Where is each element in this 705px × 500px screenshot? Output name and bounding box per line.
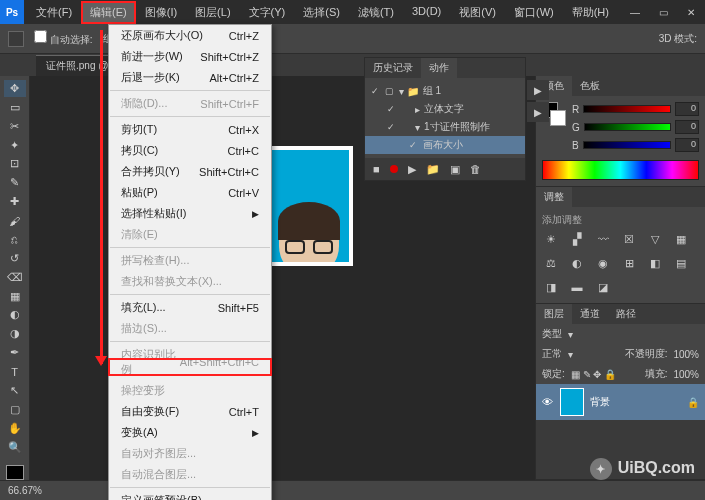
play-icon[interactable]: ▶ (408, 163, 416, 176)
foreground-swatch[interactable] (6, 465, 24, 481)
maximize-icon[interactable]: ▭ (649, 2, 677, 22)
selcolor-icon[interactable]: ◪ (594, 281, 612, 297)
layer-row[interactable]: 👁 背景 🔒 (536, 384, 705, 420)
menu-select[interactable]: 选择(S) (295, 2, 348, 23)
wand-tool-icon[interactable]: ✦ (4, 137, 26, 154)
curves-icon[interactable]: 〰 (594, 233, 612, 249)
record-icon[interactable] (390, 165, 398, 173)
exposure-icon[interactable]: ☒ (620, 233, 638, 249)
hue-icon[interactable]: ▦ (672, 233, 690, 249)
tab-swatches[interactable]: 色板 (572, 76, 608, 96)
gradient-tool-icon[interactable]: ▦ (4, 288, 26, 305)
zoom-level[interactable]: 66.67% (8, 485, 42, 496)
value-r[interactable]: 0 (675, 102, 699, 116)
path-tool-icon[interactable]: ↖ (4, 382, 26, 399)
opacity-value[interactable]: 100% (673, 349, 699, 360)
channelmixer-icon[interactable]: ⊞ (620, 257, 638, 273)
menu-type[interactable]: 文字(Y) (241, 2, 294, 23)
slider-b[interactable] (583, 141, 671, 149)
eraser-tool-icon[interactable]: ⌫ (4, 269, 26, 286)
menu-item[interactable]: 后退一步(K)Alt+Ctrl+Z (109, 67, 271, 88)
slider-r[interactable] (583, 105, 671, 113)
close-icon[interactable]: ✕ (677, 2, 705, 22)
visibility-icon[interactable]: 👁 (542, 396, 554, 408)
menu-file[interactable]: 文件(F) (28, 2, 80, 23)
new-set-icon[interactable]: 📁 (426, 163, 440, 176)
auto-select-checkbox[interactable]: 自动选择: (34, 30, 93, 47)
gradmap-icon[interactable]: ▬ (568, 281, 586, 297)
menu-item[interactable]: 自由变换(F)Ctrl+T (109, 401, 271, 422)
threshold-icon[interactable]: ◨ (542, 281, 560, 297)
new-action-icon[interactable]: ▣ (450, 163, 460, 176)
menu-item[interactable]: 剪切(T)Ctrl+X (109, 119, 271, 140)
colorbalance-icon[interactable]: ⚖ (542, 257, 560, 273)
menu-view[interactable]: 视图(V) (451, 2, 504, 23)
trash-icon[interactable]: 🗑 (470, 163, 481, 175)
vibrance-icon[interactable]: ▽ (646, 233, 664, 249)
menu-image[interactable]: 图像(I) (137, 2, 185, 23)
lasso-tool-icon[interactable]: ✂ (4, 118, 26, 135)
play-button-icon[interactable]: ▶ (527, 102, 549, 122)
action-row[interactable]: ✓▸立体文字 (365, 100, 525, 118)
menu-layer[interactable]: 图层(L) (187, 2, 238, 23)
stamp-tool-icon[interactable]: ⎌ (4, 231, 26, 248)
menu-3d[interactable]: 3D(D) (404, 2, 449, 23)
tab-history[interactable]: 历史记录 (365, 58, 421, 78)
menu-help[interactable]: 帮助(H) (564, 2, 617, 23)
menu-item[interactable]: 前进一步(W)Shift+Ctrl+Z (109, 46, 271, 67)
shape-tool-icon[interactable]: ▢ (4, 401, 26, 418)
tab-actions[interactable]: 动作 (421, 58, 457, 78)
menu-item[interactable]: 填充(L)...Shift+F5 (109, 297, 271, 318)
pen-tool-icon[interactable]: ✒ (4, 344, 26, 361)
invert-icon[interactable]: ◧ (646, 257, 664, 273)
tab-paths[interactable]: 路径 (608, 304, 644, 324)
move-tool-icon[interactable]: ✥ (4, 80, 26, 97)
blend-mode[interactable]: 正常 (542, 347, 562, 361)
layer-name[interactable]: 背景 (590, 395, 610, 409)
menu-item[interactable]: 变换(A)▶ (109, 422, 271, 443)
menu-edit[interactable]: 编辑(E) (82, 2, 135, 23)
menu-item[interactable]: 合并拷贝(Y)Shift+Ctrl+C (109, 161, 271, 182)
menu-item[interactable]: 粘贴(P)Ctrl+V (109, 182, 271, 203)
menu-item: 拼写检查(H)... (109, 250, 271, 271)
menu-window[interactable]: 窗口(W) (506, 2, 562, 23)
value-g[interactable]: 0 (675, 120, 699, 134)
menu-item[interactable]: 还原画布大小(O)Ctrl+Z (109, 25, 271, 46)
tab-layers[interactable]: 图层 (536, 304, 572, 324)
eyedropper-tool-icon[interactable]: ✎ (4, 174, 26, 191)
zoom-tool-icon[interactable]: 🔍 (4, 439, 26, 456)
hand-tool-icon[interactable]: ✋ (4, 420, 26, 437)
posterize-icon[interactable]: ▤ (672, 257, 690, 273)
minimize-icon[interactable]: — (621, 2, 649, 22)
brush-tool-icon[interactable]: 🖌 (4, 212, 26, 229)
tab-channels[interactable]: 通道 (572, 304, 608, 324)
value-b[interactable]: 0 (675, 138, 699, 152)
play-button-icon[interactable]: ▶ (527, 80, 549, 100)
move-tool-icon[interactable] (8, 31, 24, 47)
crop-tool-icon[interactable]: ⊡ (4, 156, 26, 173)
menu-filter[interactable]: 滤镜(T) (350, 2, 402, 23)
menu-item[interactable]: 选择性粘贴(I)▶ (109, 203, 271, 224)
tab-adjustments[interactable]: 调整 (536, 187, 572, 207)
heal-tool-icon[interactable]: ✚ (4, 193, 26, 210)
chevron-down-icon[interactable]: ▾ (568, 329, 573, 340)
slider-g[interactable] (584, 123, 671, 131)
brightness-icon[interactable]: ☀ (542, 233, 560, 249)
dodge-tool-icon[interactable]: ◑ (4, 325, 26, 342)
stop-icon[interactable]: ■ (373, 163, 380, 175)
lock-icons[interactable]: ▦ ✎ ✥ 🔒 (571, 369, 616, 380)
color-spectrum[interactable] (542, 160, 699, 180)
menu-item[interactable]: 拷贝(C)Ctrl+C (109, 140, 271, 161)
action-row[interactable]: ✓▢▾ 📁组 1 (365, 82, 525, 100)
fill-value[interactable]: 100% (673, 369, 699, 380)
action-row[interactable]: ✓▾1寸证件照制作 (365, 118, 525, 136)
history-brush-tool-icon[interactable]: ↺ (4, 250, 26, 267)
marquee-tool-icon[interactable]: ▭ (4, 99, 26, 116)
photofilter-icon[interactable]: ◉ (594, 257, 612, 273)
menu-item[interactable]: 定义画笔预设(B)... (109, 490, 271, 500)
bw-icon[interactable]: ◐ (568, 257, 586, 273)
type-tool-icon[interactable]: T (4, 363, 26, 380)
blur-tool-icon[interactable]: ◐ (4, 307, 26, 324)
action-row[interactable]: ✓画布大小 (365, 136, 525, 154)
levels-icon[interactable]: ▞ (568, 233, 586, 249)
